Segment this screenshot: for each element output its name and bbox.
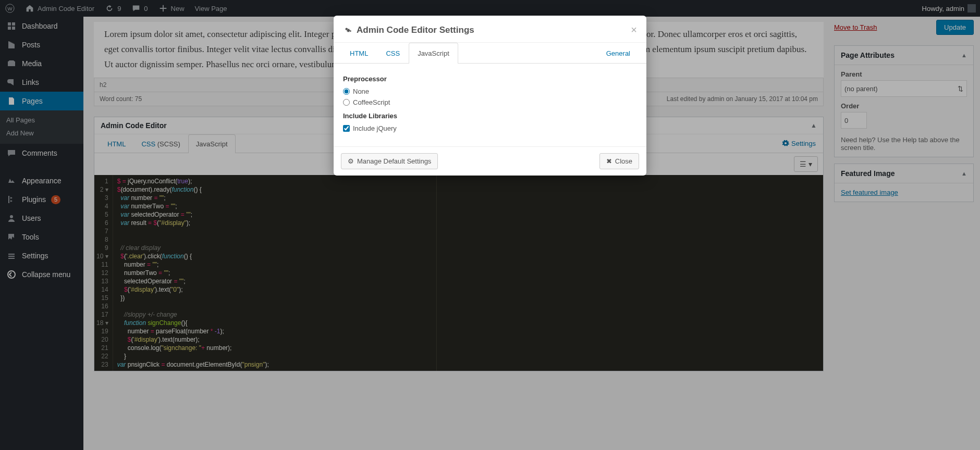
modal-tab-general[interactable]: General: [597, 43, 639, 64]
modal-tab-javascript[interactable]: JavaScript: [409, 43, 458, 64]
modal-tab-html[interactable]: HTML: [341, 43, 377, 64]
x-icon: ✖: [606, 157, 612, 165]
preprocessor-heading: Preprocessor: [343, 75, 637, 83]
modal-title: Admin Code Editor Settings: [357, 25, 474, 35]
close-icon[interactable]: ×: [631, 24, 637, 36]
settings-modal: Admin Code Editor Settings × HTML CSS Ja…: [334, 16, 646, 176]
checkbox-include-jquery[interactable]: Include jQuery: [343, 123, 637, 134]
modal-tab-css[interactable]: CSS: [377, 43, 409, 64]
modal-tabs: HTML CSS JavaScript General: [334, 43, 646, 64]
gears-icon: [343, 26, 352, 35]
sliders-icon: ⚙: [348, 157, 354, 165]
include-libraries-heading: Include Libraries: [343, 112, 637, 120]
manage-defaults-button[interactable]: ⚙Manage Default Settings: [341, 153, 438, 169]
radio-none[interactable]: None: [343, 86, 637, 97]
radio-coffeescript[interactable]: CoffeeScript: [343, 97, 637, 108]
close-button[interactable]: ✖ Close: [599, 153, 639, 169]
